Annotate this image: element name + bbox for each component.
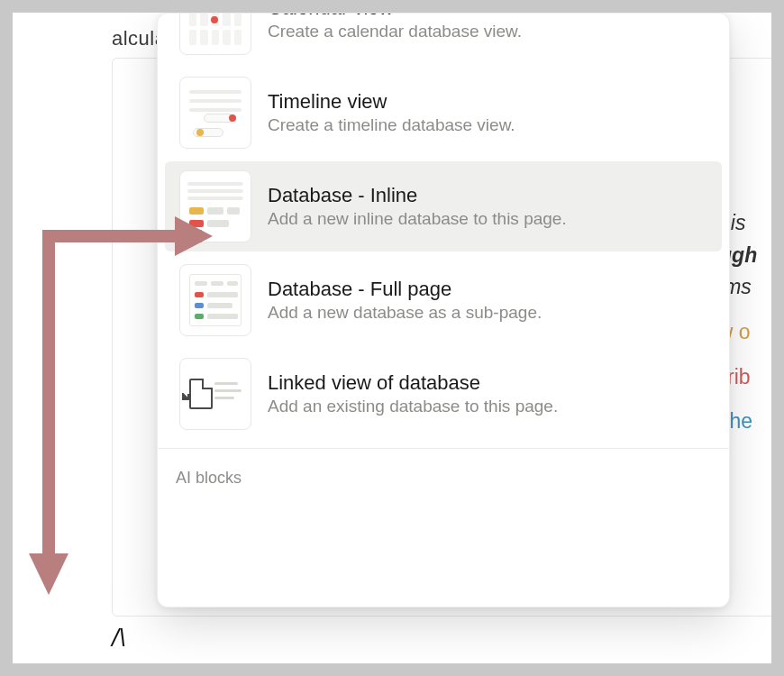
app-viewport: alculate This ough thms ow o scrib d the… (13, 13, 771, 663)
menu-section-label: AI blocks (176, 469, 711, 488)
page-background: alculate This ough thms ow o scrib d the… (13, 13, 771, 663)
menu-section-ai-blocks: AI blocks (158, 448, 729, 498)
menu-item-title: Database - Inline (268, 184, 567, 207)
menu-item-desc: Add a new inline database to this page. (268, 209, 567, 229)
block-insert-menu[interactable]: Calendar view Create a calendar database… (157, 13, 730, 607)
menu-item-database-inline[interactable]: Database - Inline Add a new inline datab… (165, 161, 722, 251)
menu-item-desc: Create a timeline database view. (268, 115, 515, 135)
database-full-page-icon (179, 264, 251, 336)
menu-item-desc: Add a new database as a sub-page. (268, 303, 542, 323)
database-inline-icon (179, 170, 251, 242)
menu-item-title: Database - Full page (268, 278, 542, 301)
menu-item-database-full-page[interactable]: Database - Full page Add a new database … (165, 255, 722, 345)
calendar-view-icon (179, 13, 251, 55)
menu-item-linked-view[interactable]: Linked view of database Add an existing … (165, 349, 722, 439)
slash-cursor: /\ (112, 624, 126, 653)
timeline-view-icon (179, 77, 251, 149)
linked-view-icon (179, 358, 251, 430)
menu-item-title: Linked view of database (268, 371, 558, 395)
menu-item-calendar-view[interactable]: Calendar view Create a calendar database… (165, 13, 722, 64)
menu-item-timeline-view[interactable]: Timeline view Create a timeline database… (165, 68, 722, 158)
menu-item-desc: Create a calendar database view. (268, 22, 522, 41)
menu-item-title: Calendar view (268, 13, 522, 20)
menu-item-desc: Add an existing database to this page. (268, 397, 558, 416)
menu-item-title: Timeline view (268, 90, 515, 114)
